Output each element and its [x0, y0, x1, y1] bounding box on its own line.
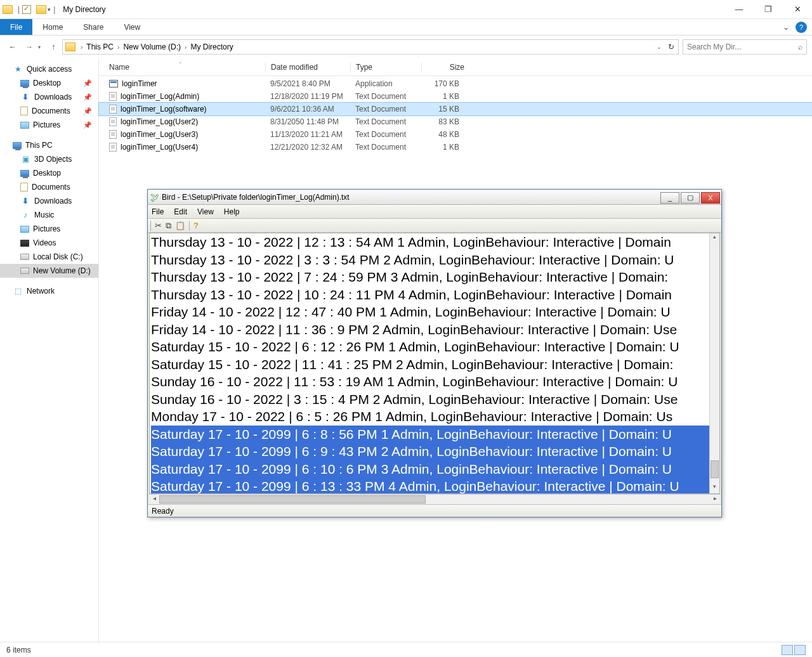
tab-view[interactable]: View: [114, 19, 150, 35]
column-date[interactable]: Date modified: [265, 63, 350, 72]
file-type: Text Document: [350, 105, 421, 114]
editor-menu-file[interactable]: File: [152, 207, 164, 216]
scroll-thumb[interactable]: [159, 495, 426, 504]
file-row[interactable]: loginTimer_Log(Admin)12/18/2020 11:19 PM…: [99, 90, 812, 103]
paste-icon[interactable]: 📋: [175, 221, 185, 230]
sidebar-label: New Volume (D:): [33, 266, 91, 275]
editor-maximize-button[interactable]: ▢: [681, 192, 700, 204]
sidebar-quick-access[interactable]: ★Quick access: [0, 62, 98, 76]
sidebar-desktop-pc[interactable]: Desktop: [0, 166, 98, 180]
editor-horizontal-scrollbar[interactable]: ◂ ▸: [149, 494, 720, 504]
file-name: loginTimer_Log(Admin): [121, 92, 199, 101]
editor-line[interactable]: Sunday 16 - 10 - 2022 | 11 : 53 : 19 AM …: [151, 373, 719, 391]
editor-line[interactable]: Saturday 17 - 10 - 2099 | 6 : 10 : 6 PM …: [151, 460, 719, 478]
sidebar-network[interactable]: ⬚Network: [0, 284, 98, 298]
sidebar-downloads[interactable]: ⬇Downloads📌: [0, 90, 98, 104]
scroll-thumb[interactable]: [710, 460, 719, 478]
editor-menu-help[interactable]: Help: [224, 207, 240, 216]
breadcrumb-item[interactable]: New Volume (D:): [121, 42, 183, 51]
sidebar-label: Quick access: [27, 65, 72, 74]
sidebar-this-pc[interactable]: This PC: [0, 138, 98, 152]
editor-titlebar[interactable]: 🕊 Bird - E:\Setup\Private folder\loginTi…: [148, 190, 721, 205]
qat-dropdown-icon[interactable]: ▾: [48, 6, 51, 13]
scroll-left-icon[interactable]: ◂: [149, 495, 159, 504]
editor-line[interactable]: Thursday 13 - 10 - 2022 | 7 : 24 : 59 PM…: [151, 268, 719, 286]
separator: |: [18, 5, 20, 14]
scroll-right-icon[interactable]: ▸: [710, 495, 720, 504]
ribbon: File Home Share View ⌄ ?: [0, 19, 812, 36]
editor-vertical-scrollbar[interactable]: ▴ ▾: [709, 233, 719, 493]
editor-line[interactable]: Saturday 17 - 10 - 2099 | 6 : 13 : 33 PM…: [151, 478, 719, 494]
sidebar-documents[interactable]: Documents📌: [0, 104, 98, 118]
breadcrumb-item[interactable]: This PC: [84, 42, 116, 51]
column-size[interactable]: Size: [421, 63, 469, 72]
editor-line[interactable]: Friday 14 - 10 - 2022 | 11 : 36 : 9 PM 2…: [151, 321, 719, 339]
sidebar-videos[interactable]: Videos: [0, 236, 98, 250]
tab-home[interactable]: Home: [32, 19, 73, 35]
scroll-up-icon[interactable]: ▴: [710, 233, 719, 244]
editor-close-button[interactable]: X: [701, 192, 720, 204]
editor-menu-edit[interactable]: Edit: [174, 207, 187, 216]
forward-button[interactable]: →: [22, 39, 37, 55]
close-button[interactable]: ✕: [783, 0, 812, 18]
cut-icon[interactable]: ✂: [155, 221, 162, 230]
sidebar-downloads-pc[interactable]: ⬇Downloads: [0, 194, 98, 208]
editor-line[interactable]: Thursday 13 - 10 - 2022 | 12 : 13 : 54 A…: [151, 233, 719, 251]
copy-icon[interactable]: ⧉: [166, 221, 171, 231]
column-name[interactable]: Name˄: [109, 63, 265, 72]
address-dropdown-icon[interactable]: ⌄: [657, 44, 662, 50]
file-row[interactable]: loginTimer_Log(software)9/6/2021 10:36 A…: [99, 103, 812, 115]
history-dropdown-icon[interactable]: ▾: [38, 44, 41, 50]
sidebar-3d-objects[interactable]: ▣3D Objects: [0, 152, 98, 166]
up-button[interactable]: ↑: [46, 39, 61, 55]
folder-icon: [65, 42, 75, 51]
properties-icon[interactable]: [22, 5, 31, 14]
sidebar-music[interactable]: ♪Music: [0, 208, 98, 222]
editor-body[interactable]: Thursday 13 - 10 - 2022 | 12 : 13 : 54 A…: [149, 233, 720, 494]
sidebar-pictures-pc[interactable]: Pictures: [0, 222, 98, 236]
help-icon[interactable]: ?: [796, 22, 807, 33]
editor-line[interactable]: Friday 14 - 10 - 2022 | 12 : 47 : 40 PM …: [151, 303, 719, 321]
column-type[interactable]: Type: [350, 63, 421, 72]
refresh-icon[interactable]: ↻: [668, 42, 674, 51]
maximize-button[interactable]: ❐: [754, 0, 783, 18]
minimize-button[interactable]: —: [724, 0, 754, 18]
editor-line[interactable]: Monday 17 - 10 - 2022 | 6 : 5 : 26 PM 1 …: [151, 408, 719, 426]
editor-minimize-button[interactable]: _: [660, 192, 679, 204]
file-row[interactable]: loginTimer_Log(User2)8/31/2050 11:48 PMT…: [99, 115, 812, 128]
tab-share[interactable]: Share: [73, 19, 114, 35]
file-row[interactable]: loginTimer_Log(User3)11/13/2020 11:21 AM…: [99, 128, 812, 141]
editor-line[interactable]: Saturday 17 - 10 - 2099 | 6 : 9 : 43 PM …: [151, 443, 719, 460]
sidebar-desktop[interactable]: Desktop📌: [0, 76, 98, 90]
sidebar-pictures[interactable]: Pictures📌: [0, 118, 98, 132]
sidebar-label: Documents: [32, 183, 70, 192]
address-bar[interactable]: › This PC › New Volume (D:) › My Directo…: [62, 39, 679, 55]
chevron-right-icon[interactable]: ›: [185, 44, 187, 51]
sidebar-new-volume[interactable]: New Volume (D:): [0, 264, 98, 278]
ribbon-expand-icon[interactable]: ⌄: [779, 19, 793, 35]
editor-line[interactable]: Sunday 16 - 10 - 2022 | 3 : 15 : 4 PM 2 …: [151, 391, 719, 408]
sidebar-documents-pc[interactable]: Documents: [0, 180, 98, 194]
large-icons-view-icon[interactable]: [794, 645, 806, 655]
help-icon[interactable]: ?: [193, 221, 199, 230]
editor-line[interactable]: Saturday 15 - 10 - 2022 | 11 : 41 : 25 P…: [151, 356, 719, 374]
editor-line[interactable]: Thursday 13 - 10 - 2022 | 10 : 24 : 11 P…: [151, 286, 719, 304]
tab-file[interactable]: File: [0, 19, 32, 35]
details-view-icon[interactable]: [782, 645, 793, 655]
chevron-right-icon[interactable]: ›: [81, 44, 82, 51]
pin-icon: 📌: [83, 107, 92, 115]
editor-toolbar: ✂ ⧉ 📋 ?: [148, 219, 721, 233]
editor-menu-view[interactable]: View: [197, 207, 214, 216]
sidebar-local-disk[interactable]: Local Disk (C:): [0, 250, 98, 264]
file-row[interactable]: loginTimer9/5/2021 8:40 PMApplication170…: [99, 77, 812, 90]
back-button[interactable]: ←: [5, 39, 20, 55]
chevron-right-icon[interactable]: ›: [117, 44, 119, 51]
file-row[interactable]: loginTimer_Log(User4)12/21/2020 12:32 AM…: [99, 141, 812, 153]
search-input[interactable]: Search My Dir... ⌕: [683, 39, 807, 55]
breadcrumb-item[interactable]: My Directory: [188, 42, 235, 51]
editor-status-text: Ready: [152, 507, 174, 516]
editor-line[interactable]: Saturday 17 - 10 - 2099 | 6 : 8 : 56 PM …: [151, 426, 719, 443]
scroll-down-icon[interactable]: ▾: [710, 483, 719, 493]
editor-line[interactable]: Saturday 15 - 10 - 2022 | 6 : 12 : 26 PM…: [151, 338, 719, 356]
editor-line[interactable]: Thursday 13 - 10 - 2022 | 3 : 3 : 54 PM …: [151, 251, 719, 269]
